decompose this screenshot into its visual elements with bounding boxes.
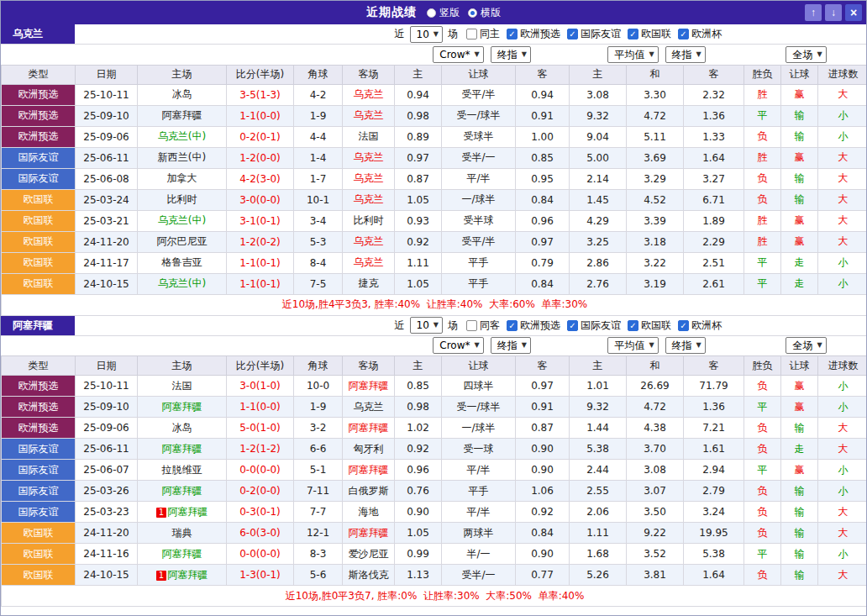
avg-away-odds: 2.61 [684, 273, 744, 294]
match-count-select[interactable]: 10▼ [410, 26, 443, 43]
avg-away-odds: 3.27 [684, 168, 744, 189]
titlebar: 近期战绩 竖版横版 ↑ ↓ × [1, 1, 866, 24]
checkbox-icon [466, 29, 477, 39]
filter-checkbox[interactable]: ✓欧洲预选 [507, 27, 560, 41]
avg-draw-odds: 3.08 [627, 460, 684, 481]
checkbox-icon: ✓ [628, 29, 638, 39]
match-date: 24-10-15 [76, 273, 138, 294]
dropdown-spacer [2, 336, 395, 356]
home-team: 新西兰(中) [138, 147, 227, 168]
match-type-badge: 欧国联 [2, 273, 76, 294]
match-type-badge: 欧国联 [2, 252, 76, 273]
chevron-down-icon: ▼ [696, 48, 701, 61]
column-header: 客场 [343, 65, 395, 84]
odds-dropdowns: Crow*▼终指▼ [395, 336, 570, 356]
layout-radio-vertical[interactable]: 竖版 [427, 6, 460, 20]
home-team-name: 冰岛 [172, 88, 192, 100]
corner-score: 8-3 [294, 544, 343, 565]
filter-bar: 近10▼场同主✓欧洲预选✓国际友谊✓欧国联✓欧洲杯 [393, 24, 866, 44]
result-outcome: 负 [744, 565, 781, 586]
odds-dropdowns: Crow*▼终指▼ [395, 45, 570, 65]
avg-home-odds: 1.45 [570, 189, 627, 210]
filter-checkbox[interactable]: 同客 [466, 319, 500, 333]
result-outcome: 胜 [744, 231, 781, 252]
match-type-badge: 欧洲预选 [2, 84, 76, 105]
match-row: 欧洲预选25-09-06乌克兰(中)0-2(0-1)4-4法国0.89受球半1.… [2, 126, 867, 147]
chevron-down-icon: ▼ [522, 339, 527, 352]
odds-home: 0.93 [395, 210, 442, 231]
avg-home-odds: 1.68 [570, 544, 627, 565]
match-row: 欧洲预选25-09-10阿塞拜疆1-1(0-0)1-9乌克兰0.98受一/球半0… [2, 105, 867, 126]
result-handicap: 赢 [781, 376, 818, 397]
column-header: 主 [395, 65, 442, 84]
corner-score: 7-11 [294, 481, 343, 502]
scroll-up-button[interactable]: ↑ [805, 4, 822, 21]
match-score: 3-0(0-0) [227, 189, 294, 210]
filter-checkbox[interactable]: ✓欧洲杯 [678, 27, 722, 41]
avg-select[interactable]: 平均值▼ [607, 337, 658, 354]
away-team: 法国 [343, 126, 395, 147]
avg-home-odds: 5.00 [570, 147, 627, 168]
avg-select[interactable]: 平均值▼ [607, 46, 658, 63]
result-goals: 大 [818, 147, 867, 168]
odds-stage-select-value: 终指 [497, 339, 518, 352]
layout-radio-horizontal[interactable]: 横版 [468, 6, 501, 20]
column-header: 客 [684, 356, 744, 376]
avg-home-odds: 1.11 [570, 523, 627, 544]
result-handicap: 赢 [781, 231, 818, 252]
checkbox-label: 欧洲预选 [520, 27, 560, 41]
filter-checkbox[interactable]: ✓欧洲预选 [507, 319, 560, 333]
away-team: 乌克兰 [343, 168, 395, 189]
avg-stage-select[interactable]: 终指▼ [665, 337, 706, 354]
chevron-down-icon: ▼ [434, 28, 439, 41]
result-goals: 小 [818, 105, 867, 126]
odds-home: 0.94 [395, 84, 442, 105]
odds-home: 0.98 [395, 105, 442, 126]
match-score: 6-0(3-0) [227, 523, 294, 544]
bookmaker-select[interactable]: Crow*▼ [433, 46, 483, 63]
home-team-name: 阿塞拜疆 [162, 109, 202, 121]
avg-home-odds: 2.55 [570, 481, 627, 502]
team-section: 乌克兰近10▼场同主✓欧洲预选✓国际友谊✓欧国联✓欧洲杯Crow*▼终指▼平均值… [1, 24, 866, 316]
home-team-name: 乌克兰(中) [158, 130, 206, 142]
filter-checkbox[interactable]: ✓欧洲杯 [678, 319, 722, 333]
checkbox-label: 同主 [480, 27, 500, 41]
home-team: 拉脱维亚 [138, 460, 227, 481]
avg-home-odds: 2.06 [570, 502, 627, 523]
scroll-down-button[interactable]: ↓ [825, 4, 842, 21]
odds-stage-select[interactable]: 终指▼ [491, 46, 531, 63]
table-body: 欧洲预选25-10-11法国3-0(1-0)10-0阿塞拜疆0.85四球半0.9… [2, 376, 867, 586]
scope-select[interactable]: 全场▼ [786, 337, 826, 354]
chevron-down-icon: ▼ [649, 339, 654, 352]
match-date: 25-03-21 [76, 210, 138, 231]
result-handicap: 输 [781, 523, 818, 544]
match-count-select[interactable]: 10▼ [410, 317, 443, 334]
filter-checkbox[interactable]: ✓欧国联 [628, 319, 671, 333]
avg-select-value: 平均值 [614, 48, 644, 61]
filter-checkbox[interactable]: ✓欧国联 [628, 27, 671, 41]
handicap-line: 半/一 [442, 544, 516, 565]
result-outcome: 负 [744, 523, 781, 544]
odds-stage-select[interactable]: 终指▼ [491, 337, 531, 354]
summary-text: 近10场,胜4平3负3, 胜率:40% 让胜率:40% 大率:60% 单率:30… [2, 294, 867, 315]
result-goals: 大 [818, 84, 867, 105]
avg-stage-select-value: 终指 [672, 339, 692, 352]
match-date: 25-09-06 [76, 418, 138, 439]
team-filter-row: 乌克兰近10▼场同主✓欧洲预选✓国际友谊✓欧国联✓欧洲杯 [1, 24, 866, 45]
filter-checkbox[interactable]: ✓国际友谊 [567, 27, 621, 41]
team-name: 阿塞拜疆 [1, 316, 75, 335]
match-date: 25-03-26 [76, 481, 138, 502]
odds-away: 0.84 [516, 523, 570, 544]
bookmaker-select[interactable]: Crow*▼ [433, 337, 483, 354]
column-header: 类型 [2, 356, 76, 376]
filter-checkbox[interactable]: 同主 [466, 27, 500, 41]
avg-stage-select[interactable]: 终指▼ [665, 46, 706, 63]
odds-away: 0.90 [516, 460, 570, 481]
scope-select[interactable]: 全场▼ [786, 46, 826, 63]
checkbox-label: 欧国联 [641, 319, 671, 333]
result-handicap: 输 [781, 189, 818, 210]
close-button[interactable]: × [845, 4, 862, 21]
result-handicap: 输 [781, 418, 818, 439]
result-handicap: 走 [781, 252, 818, 273]
filter-checkbox[interactable]: ✓国际友谊 [567, 319, 621, 333]
